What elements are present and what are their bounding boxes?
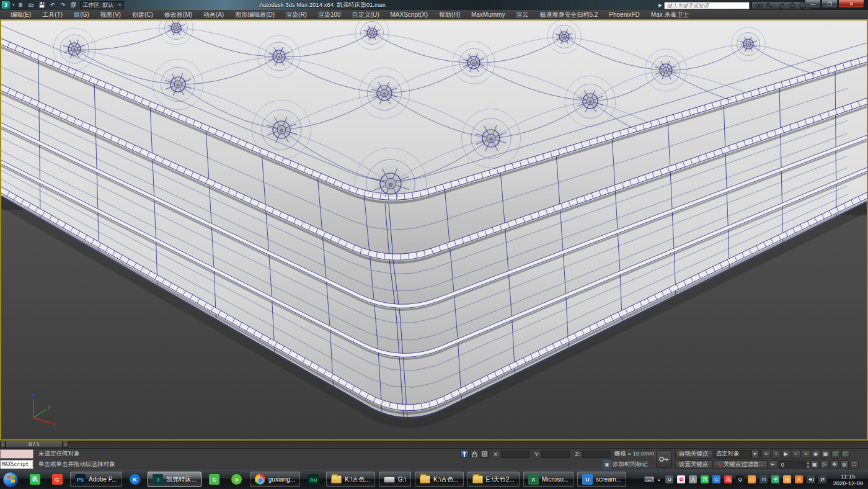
selection-lock-toggle[interactable] xyxy=(470,450,479,458)
set-keys-big-button[interactable] xyxy=(656,451,672,468)
open-file-button[interactable]: 🗁 xyxy=(27,1,36,9)
taskbar-button-3dsmax-doc[interactable]: 3凯弗特床... xyxy=(148,472,201,487)
next-frame-playback-button[interactable]: › xyxy=(792,450,800,459)
menu-item-1[interactable]: 编辑(E) xyxy=(5,10,37,19)
taskbar-button-drive-g[interactable]: G:\ xyxy=(379,472,411,487)
menu-item-12[interactable]: MAXScript(X) xyxy=(385,10,434,19)
menu-item-14[interactable]: MaxMummy xyxy=(466,10,510,19)
workspace-dropdown[interactable]: 工作区: 默认 ▾ xyxy=(80,1,125,9)
favorites-star-icon[interactable] xyxy=(787,2,797,9)
y-coordinate-field[interactable] xyxy=(541,451,570,458)
track-bar[interactable] xyxy=(68,441,868,448)
key-mode-toggle[interactable]: ◉ xyxy=(812,450,820,459)
show-hidden-icons-arrow[interactable]: ▴ xyxy=(658,477,660,482)
taskbar-icon-green-browser[interactable]: ● xyxy=(229,472,245,487)
menu-item-6[interactable]: 修改器(M) xyxy=(159,10,198,19)
undo-button[interactable]: ↶ xyxy=(48,1,57,9)
start-button[interactable] xyxy=(2,472,19,488)
infocenter-search-input[interactable] xyxy=(664,2,750,9)
menu-item-15[interactable]: 渲云 xyxy=(510,10,534,19)
taskbar-clock[interactable]: 11:15 2020-12-09 xyxy=(833,473,863,487)
play-button[interactable]: ▶ xyxy=(782,450,790,459)
infocenter-collapse-icon[interactable]: ▶ xyxy=(658,2,662,8)
tray-icon-qq-penguin[interactable]: Q xyxy=(736,475,744,483)
taskbar-button-photoshop[interactable]: PsAdobe P... xyxy=(70,472,122,487)
max-application-menu-button[interactable]: 3 xyxy=(1,1,11,9)
set-key-button[interactable]: 设置关键点 xyxy=(675,460,712,469)
time-tag-icon[interactable]: ▣ xyxy=(603,460,611,469)
tray-icon-orange-window[interactable]: □ xyxy=(748,475,756,483)
menu-item-9[interactable]: 渲染(R) xyxy=(280,10,312,19)
taskbar-icon-red-c-app[interactable]: C xyxy=(49,472,65,487)
tray-icon-camera-app[interactable]: ◎ xyxy=(783,475,791,483)
taskbar-icon-audition[interactable]: Au xyxy=(305,472,321,487)
field-of-view-icon[interactable]: ▷ xyxy=(820,460,829,469)
tray-icon-green-reader[interactable]: 书 xyxy=(771,475,779,483)
new-file-button[interactable]: 🗎 xyxy=(17,1,25,9)
tray-icon-qq-red[interactable]: 鸟 xyxy=(724,475,732,483)
taskbar-icon-camtasia[interactable]: C xyxy=(206,472,223,487)
menu-item-4[interactable]: 视图(V) xyxy=(95,10,126,19)
tray-icon-volume[interactable]: ◄) xyxy=(807,475,815,483)
go-to-end-button[interactable]: » xyxy=(802,450,810,459)
isolate-selection-toggle[interactable] xyxy=(460,450,469,458)
x-coordinate-field[interactable] xyxy=(501,451,529,458)
close-button[interactable]: ✕ xyxy=(838,0,864,8)
menu-item-5[interactable]: 创建(C) xyxy=(126,10,159,19)
communication-center-icon[interactable] xyxy=(776,2,786,9)
z-coordinate-field[interactable] xyxy=(582,451,611,458)
taskbar-button-excel[interactable]: XMicroso... xyxy=(523,472,574,487)
maximize-viewport-toggle[interactable]: ⛶ xyxy=(850,460,859,469)
menu-item-10[interactable]: 渲染100 xyxy=(312,10,347,19)
zoom-extents-all-icon[interactable]: ◰ xyxy=(841,450,850,459)
taskbar-button-folder-1[interactable]: K:\古色... xyxy=(326,472,375,487)
tray-icon-pc-manager[interactable]: C xyxy=(712,475,720,483)
perspective-viewport[interactable]: zxy xyxy=(0,19,868,441)
menu-item-8[interactable]: 图形编辑器(D) xyxy=(229,10,280,19)
key-step-mode-button[interactable]: ⇤ xyxy=(769,460,777,469)
tray-icon-usb-device[interactable]: ⊓ xyxy=(760,475,768,483)
keyboard-layout-icon[interactable]: ⌨ xyxy=(644,475,654,483)
previous-frame-playback-button[interactable]: ‹ xyxy=(772,450,781,459)
frame-spinner[interactable]: ▲▼ xyxy=(807,461,810,469)
menu-item-3[interactable]: 组(G) xyxy=(68,10,94,19)
transform-type-in-icon[interactable] xyxy=(480,450,489,458)
taskbar-icon-keyshot[interactable]: K xyxy=(126,472,143,487)
time-slider-handle[interactable]: 0 / 1 xyxy=(6,441,63,448)
taskbar-button-folder-3[interactable]: E:\天竹2... xyxy=(467,472,520,487)
menu-item-11[interactable]: 自定义(U) xyxy=(347,10,385,19)
orbit-icon[interactable]: ◍ xyxy=(840,460,849,469)
save-file-button[interactable]: 💾 xyxy=(38,1,46,9)
tray-icon-pdf-person[interactable]: 人 xyxy=(689,475,697,483)
previous-frame-button[interactable]: < xyxy=(0,441,6,448)
redo-button[interactable]: ↷ xyxy=(59,1,68,9)
next-frame-button[interactable]: > xyxy=(63,441,68,448)
project-folder-button[interactable]: 🗐 xyxy=(69,1,78,9)
tray-icon-wechat-tray[interactable]: 讯 xyxy=(701,475,709,483)
search-icon[interactable] xyxy=(754,2,764,9)
tray-icon-sync-arrows[interactable]: ⇄ xyxy=(818,475,826,483)
menu-item-18[interactable]: Max 杀毒卫士 xyxy=(645,10,695,19)
auto-key-button[interactable]: 自动关键点 xyxy=(675,450,712,459)
taskbar-button-folder-2[interactable]: K:\古色... xyxy=(415,472,464,487)
menu-item-7[interactable]: 动画(A) xyxy=(198,10,229,19)
tray-icon-firewall[interactable]: 火 xyxy=(795,475,803,483)
pan-hand-icon[interactable]: ✥ xyxy=(830,460,839,469)
go-to-start-button[interactable]: « xyxy=(762,450,771,459)
selection-set-dropdown[interactable]: 选定对象 ▼ xyxy=(714,450,761,459)
dope-sheet-icon[interactable]: ▦ xyxy=(822,450,830,459)
menu-item-17[interactable]: PhoenixFD xyxy=(603,10,645,19)
taskbar-button-chrome-window[interactable]: guxiang... xyxy=(250,472,300,487)
taskbar-button-screaming-app[interactable]: Uscream... xyxy=(577,472,626,487)
menu-item-16[interactable]: 极速瘦身安全归档5.2 xyxy=(534,10,603,19)
tray-icon-u-shield[interactable]: U xyxy=(665,475,673,483)
app-menu-arrow-icon[interactable]: ▾ xyxy=(12,2,15,7)
key-filters-button[interactable]: ∿ 关键点过滤器... xyxy=(714,460,768,469)
tray-icon-color-wheel[interactable]: ✿ xyxy=(677,475,685,483)
restore-button[interactable]: ❐ xyxy=(822,0,838,8)
sign-in-key-icon[interactable] xyxy=(765,2,775,9)
taskbar-icon-wechat[interactable]: 讯 xyxy=(27,472,43,487)
minimize-button[interactable]: — xyxy=(805,0,821,8)
current-frame-field[interactable] xyxy=(779,460,806,469)
menu-item-2[interactable]: 工具(T) xyxy=(37,10,68,19)
